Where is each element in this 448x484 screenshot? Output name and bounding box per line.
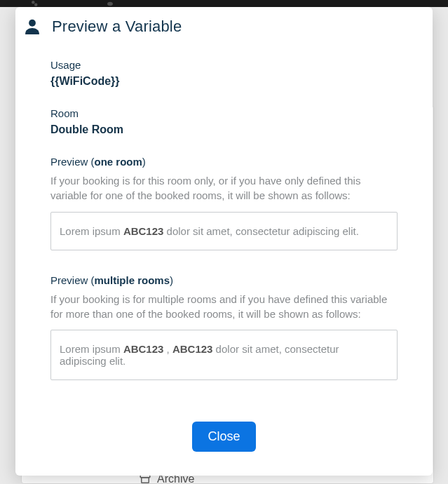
- preview-multi-label-prefix: Preview (: [50, 274, 95, 286]
- preview-multi-box: Lorem ipsum ABC123 , ABC123 dolor sit am…: [50, 330, 398, 380]
- svg-rect-4: [142, 478, 149, 483]
- preview-multi-label: Preview (multiple rooms): [50, 274, 398, 286]
- usage-label: Usage: [50, 59, 398, 71]
- preview-one-sample-before: Lorem ipsum: [60, 225, 123, 237]
- svg-point-0: [32, 1, 34, 4]
- modal-footer: Close: [15, 417, 433, 476]
- preview-multi-label-suffix: ): [170, 274, 173, 286]
- archive-icon: [139, 475, 151, 483]
- preview-multi-sample-code2: ABC123: [172, 343, 213, 355]
- preview-one-sample-code: ABC123: [123, 225, 164, 237]
- modal-body: Usage {{WiFiCode}} Room Double Room Prev…: [15, 46, 433, 417]
- room-label: Room: [50, 107, 398, 119]
- preview-one-box: Lorem ipsum ABC123 dolor sit amet, conse…: [50, 212, 398, 250]
- svg-point-1: [34, 3, 37, 6]
- preview-one-explain: If your booking is for this room only, o…: [50, 173, 398, 203]
- cloud-icon: [104, 0, 116, 7]
- person-icon: [22, 17, 42, 36]
- preview-one-label-suffix: ): [142, 156, 146, 168]
- background-archive-row: Archive: [139, 475, 349, 483]
- room-value: Double Room: [50, 123, 398, 136]
- svg-point-2: [107, 2, 113, 6]
- usage-value: {{WiFiCode}}: [50, 75, 398, 88]
- preview-multi-sample-sep: ,: [163, 343, 172, 355]
- modal-title: Preview a Variable: [52, 18, 182, 36]
- gears-icon: [28, 0, 41, 7]
- top-header-icons: [28, 0, 116, 7]
- preview-multi-sample-before: Lorem ipsum: [60, 343, 123, 355]
- preview-one-label-prefix: Preview (: [50, 156, 95, 168]
- close-button[interactable]: Close: [192, 422, 255, 452]
- modal-header: Preview a Variable: [15, 7, 433, 46]
- preview-one-label: Preview (one room): [50, 156, 398, 168]
- preview-multi-label-em: multiple rooms: [95, 274, 170, 286]
- preview-one-label-em: one room: [95, 156, 142, 168]
- preview-multi-sample-code1: ABC123: [123, 343, 164, 355]
- svg-point-5: [29, 20, 36, 27]
- preview-multi-explain: If your booking is for multiple rooms an…: [50, 292, 398, 322]
- preview-one-sample-after: dolor sit amet, consectetur adipiscing e…: [163, 225, 358, 237]
- preview-variable-modal: Preview a Variable Usage {{WiFiCode}} Ro…: [15, 7, 433, 476]
- background-archive-label: Archive: [157, 475, 194, 483]
